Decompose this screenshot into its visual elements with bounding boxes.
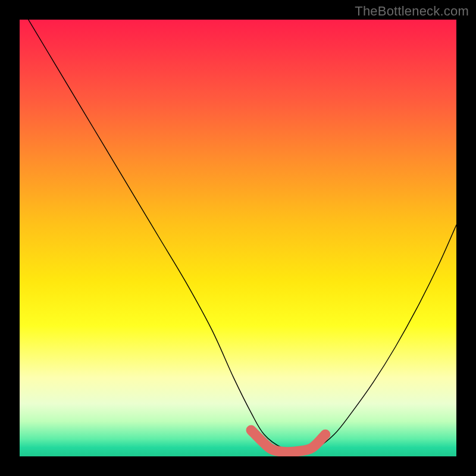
chart-frame: TheBottleneck.com [0,0,476,476]
bottleneck-curve [29,20,456,452]
optimal-region-marker [251,430,325,452]
plot-area [20,20,456,456]
watermark-text: TheBottleneck.com [355,4,469,19]
curve-layer [20,20,456,456]
